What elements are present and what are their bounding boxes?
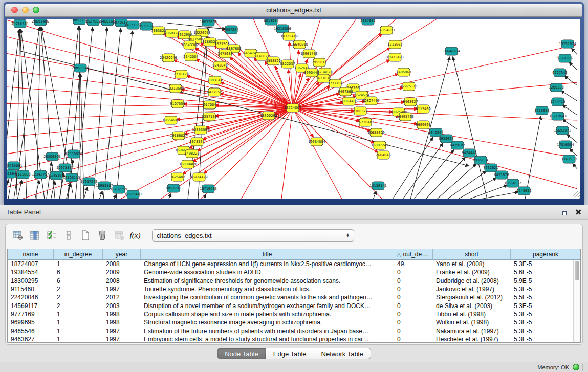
graph-node[interactable]: 20364486 <box>340 97 358 105</box>
graph-node[interactable]: 12213509 <box>167 84 184 93</box>
graph-node[interactable]: 20053346 <box>72 64 89 72</box>
graph-node[interactable]: 14136141 <box>369 182 387 190</box>
graph-node[interactable]: 1115688 <box>15 170 30 179</box>
graph-node[interactable]: 2684043 <box>376 151 390 159</box>
graph-node[interactable]: 8990448 <box>304 69 319 77</box>
graph-node[interactable]: 16640910 <box>291 40 308 49</box>
graph-node[interactable]: 9107554 <box>170 100 185 108</box>
graph-node[interactable]: 1527602 <box>85 19 100 26</box>
table-row[interactable]: 969969511998Structural magnetic resonanc… <box>8 318 573 326</box>
graph-node[interactable]: 12342757 <box>32 170 49 179</box>
graph-node[interactable]: 9699695 <box>416 121 430 129</box>
graph-node[interactable]: 16785061 <box>7 162 23 170</box>
graph-node[interactable]: 7932621 <box>483 164 498 172</box>
graph-node[interactable]: 9463627 <box>403 98 418 106</box>
table-row[interactable]: 1872400712008Changes of HCN gene express… <box>8 260 573 268</box>
graph-node[interactable]: 2803144 <box>207 76 222 84</box>
graph-node[interactable]: 917004 <box>203 101 216 109</box>
graph-node[interactable]: 1244415 <box>550 98 565 106</box>
graph-node[interactable]: 8678334 <box>189 138 204 146</box>
graph-node[interactable]: 1145194 <box>49 171 63 180</box>
graph-node[interactable]: 8938923 <box>439 135 453 143</box>
graph-node[interactable]: 7857224 <box>224 26 238 34</box>
column-header-in_degree[interactable]: in_degree <box>54 249 103 259</box>
graph-node[interactable]: 5498222 <box>184 149 199 158</box>
graph-node[interactable]: 7485063 <box>396 68 411 76</box>
table-vertical-scrollbar[interactable] <box>573 260 580 342</box>
graph-node[interactable]: 16648784 <box>443 47 460 55</box>
selection-mode-icon[interactable] <box>45 228 59 243</box>
table-row[interactable]: 977716911998Corpus callosum shape and si… <box>8 310 573 318</box>
tab-network-table[interactable]: Network Table <box>314 348 371 359</box>
graph-node[interactable]: 16543382 <box>181 41 199 49</box>
graph-node[interactable]: 9329366 <box>557 54 572 62</box>
table-row[interactable]: 2242004622012Investigating the contribut… <box>8 293 573 301</box>
graph-node[interactable]: 9777169 <box>328 79 342 87</box>
scrollbar-thumb[interactable] <box>575 261 579 280</box>
graph-node[interactable]: 10807467 <box>362 97 380 105</box>
graph-node[interactable]: 19654945 <box>162 116 180 124</box>
float-panel-icon[interactable] <box>559 208 567 215</box>
network-canvas[interactable]: 2405572420691406108532571527602646616010… <box>7 19 580 199</box>
graph-node[interactable]: 20206505 <box>43 152 61 161</box>
column-header-pagerank[interactable]: pagerank <box>511 249 580 259</box>
graph-node[interactable]: 5257130 <box>202 113 216 121</box>
graph-node[interactable]: 8427552 <box>207 88 222 96</box>
graph-node[interactable]: 8813054 <box>264 19 278 25</box>
graph-node[interactable]: 20691406 <box>32 19 49 26</box>
graph-node[interactable]: 7663822 <box>151 27 166 35</box>
column-header-year[interactable]: year <box>103 249 141 259</box>
graph-node[interactable]: 12975115 <box>400 82 418 91</box>
table-row[interactable]: 946554611997Estimation of the future num… <box>8 326 573 335</box>
graph-node[interactable]: 391594 <box>7 170 16 178</box>
graph-node[interactable]: 16033809 <box>200 19 217 26</box>
column-header-name[interactable]: name <box>8 249 54 259</box>
graph-node[interactable]: 17359928 <box>65 150 82 158</box>
column-header-title[interactable]: title <box>141 249 394 259</box>
graph-node[interactable]: 16210643 <box>549 112 567 120</box>
graph-node[interactable]: 9857791 <box>166 184 181 192</box>
function-builder-icon[interactable]: f(x) <box>129 228 143 243</box>
graph-node[interactable]: 18325419 <box>280 32 298 40</box>
graph-node[interactable]: 15751074 <box>559 40 576 48</box>
graph-node[interactable]: 9115460 <box>416 105 430 113</box>
graph-node[interactable]: 15692971 <box>554 126 571 135</box>
graph-node[interactable]: 2935114 <box>473 156 488 164</box>
new-column-icon[interactable] <box>78 228 93 243</box>
table-row[interactable]: 1456911722003Disruption of a novel membe… <box>8 301 573 310</box>
graph-node[interactable]: 6497568 <box>338 87 353 96</box>
graph-node[interactable]: 1213967 <box>387 40 402 49</box>
graph-node[interactable]: 16961758 <box>300 50 318 58</box>
graph-node[interactable]: 8471676 <box>494 171 509 179</box>
graph-node[interactable]: 19218506 <box>274 25 291 33</box>
graph-node[interactable]: 2342004 <box>183 53 198 61</box>
graph-node[interactable]: 16914479 <box>190 173 208 181</box>
table-row[interactable]: 1830029562008Estimation of significance … <box>8 277 573 285</box>
graph-node[interactable]: 22420046 <box>160 54 177 62</box>
graph-node[interactable]: 12505115 <box>63 173 80 182</box>
graph-node[interactable]: 16807249 <box>371 141 388 149</box>
graph-node[interactable]: 6479197 <box>450 141 465 149</box>
graph-node[interactable]: 9474444 <box>462 149 476 157</box>
graph-node[interactable]: 16039489 <box>179 160 197 168</box>
column-header-short[interactable]: short <box>433 249 511 259</box>
table-mode-icon[interactable] <box>11 228 25 243</box>
graph-node[interactable]: 15716485 <box>200 185 217 193</box>
close-panel-icon[interactable] <box>575 208 582 215</box>
graph-node[interactable]: 1588520 <box>266 57 280 65</box>
graph-node[interactable]: 10688609 <box>367 128 385 137</box>
graph-node[interactable]: 16495766 <box>397 113 414 121</box>
graph-node[interactable]: 2718120 <box>173 70 188 78</box>
citation-network-graph[interactable]: 2405572420691406108532571527602646616010… <box>7 19 577 199</box>
graph-node[interactable]: 10973493 <box>386 53 404 61</box>
window-titlebar[interactable]: citations_edges.txt <box>5 4 582 17</box>
graph-node[interactable]: 12923448 <box>124 190 142 199</box>
graph-node[interactable]: 17957223 <box>80 178 98 186</box>
table-row[interactable]: 911546021997Tourette syndrome. Phenomeno… <box>8 285 573 293</box>
graph-node[interactable]: 19166827 <box>170 132 187 140</box>
table-row[interactable]: 946362711997Embryonic stem cells: a mode… <box>8 335 573 343</box>
graph-node[interactable]: 18724007 <box>284 104 301 112</box>
graph-node[interactable]: 10975887 <box>56 164 74 172</box>
graph-node[interactable]: 1209358 <box>549 83 563 92</box>
graph-node[interactable]: 5822037 <box>280 60 295 68</box>
